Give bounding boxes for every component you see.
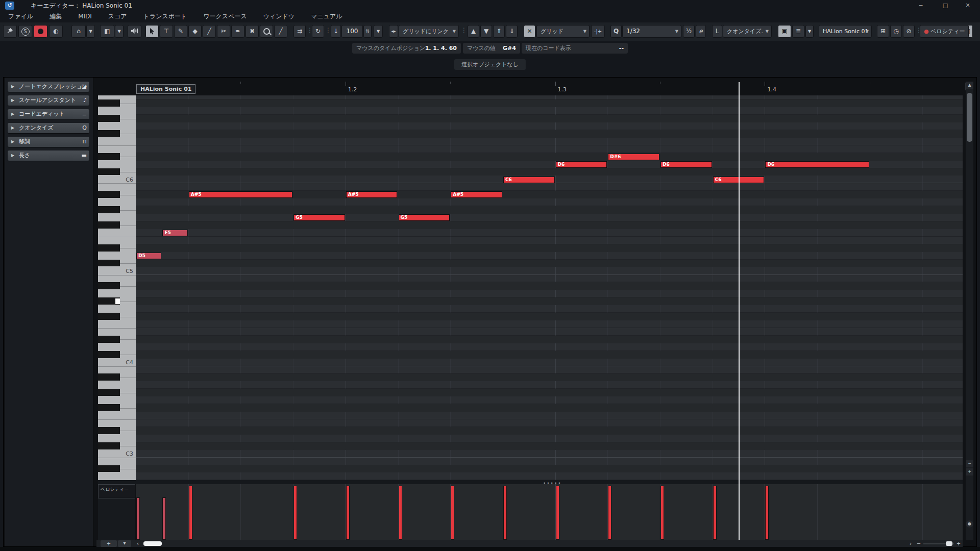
menu-item-7[interactable]: マニュアル bbox=[303, 11, 350, 22]
black-key[interactable] bbox=[98, 206, 120, 213]
black-key[interactable] bbox=[98, 465, 120, 472]
playhead[interactable] bbox=[739, 82, 740, 540]
black-key[interactable] bbox=[98, 336, 120, 343]
midi-note[interactable]: D6 bbox=[660, 161, 712, 168]
velocity-bar[interactable] bbox=[189, 486, 192, 540]
scroll-left-button[interactable]: ‹ bbox=[134, 540, 141, 547]
velocity-bar[interactable] bbox=[451, 486, 454, 540]
vertical-scrollbar[interactable]: ▲ − + ● bbox=[966, 82, 973, 540]
velocity-bar[interactable] bbox=[660, 486, 664, 540]
octave-line bbox=[136, 183, 963, 183]
scroll-right-button[interactable]: › bbox=[907, 540, 914, 547]
hzoom-out-button[interactable]: − bbox=[915, 540, 922, 547]
vzoom-out-button[interactable]: − bbox=[966, 460, 973, 467]
inspector-section-0[interactable]: ▶ノートエクスプレッション◪ bbox=[8, 82, 89, 92]
black-key[interactable] bbox=[98, 191, 120, 198]
midi-note[interactable]: F5 bbox=[162, 230, 187, 236]
black-key[interactable] bbox=[98, 130, 120, 137]
velocity-lane[interactable] bbox=[136, 484, 963, 540]
midi-note[interactable]: C6 bbox=[503, 177, 555, 183]
black-key[interactable] bbox=[98, 221, 120, 229]
vzoom-in-button[interactable]: + bbox=[966, 468, 973, 475]
vertical-scroll-thumb[interactable] bbox=[967, 93, 972, 142]
midi-note[interactable]: D#6 bbox=[608, 154, 659, 160]
velocity-bar[interactable] bbox=[136, 497, 140, 540]
black-key[interactable] bbox=[98, 282, 120, 289]
info-box[interactable]: 現在のコード表示-- bbox=[522, 43, 628, 54]
lane-scale-knob[interactable]: ● bbox=[966, 520, 973, 528]
black-key[interactable] bbox=[98, 153, 120, 160]
midi-note[interactable]: A#5 bbox=[451, 191, 502, 198]
timeline-ruler[interactable]: HALion Sonic 01 1.21.31.4 bbox=[136, 82, 963, 96]
part-label[interactable]: HALion Sonic 01 bbox=[136, 84, 195, 94]
midi-note[interactable]: G5 bbox=[399, 214, 450, 221]
inspector-section-3[interactable]: ▶クオンタイズQ bbox=[8, 123, 89, 133]
key-separator bbox=[120, 446, 136, 446]
c-label: C3 bbox=[126, 450, 133, 457]
black-key[interactable] bbox=[98, 351, 120, 358]
velocity-bar[interactable] bbox=[399, 486, 402, 540]
key-separator bbox=[120, 355, 136, 355]
black-key[interactable] bbox=[98, 404, 120, 411]
velocity-bar[interactable] bbox=[293, 486, 297, 540]
menu-item-4[interactable]: トランスポート bbox=[135, 11, 195, 22]
beat-tick bbox=[765, 82, 765, 86]
menu-item-6[interactable]: ウィンドウ bbox=[255, 11, 303, 22]
add-lane-button[interactable]: + bbox=[101, 540, 117, 547]
inspector-section-5[interactable]: ▶長さ▬ bbox=[8, 151, 89, 161]
menu-item-2[interactable]: MIDI bbox=[70, 11, 100, 22]
hzoom-in-button[interactable]: + bbox=[955, 540, 962, 547]
black-key[interactable] bbox=[98, 313, 120, 320]
piano-keyboard[interactable]: C6C5C4C3 bbox=[98, 95, 136, 480]
black-key[interactable] bbox=[98, 442, 120, 449]
black-key[interactable] bbox=[98, 260, 120, 267]
lane-grid-line bbox=[922, 484, 923, 540]
midi-note[interactable]: A#5 bbox=[189, 191, 292, 198]
info-box[interactable]: マウスの値G#4 bbox=[463, 43, 520, 54]
velocity-bar[interactable] bbox=[765, 486, 769, 540]
velocity-bar[interactable] bbox=[713, 486, 717, 540]
velocity-bar[interactable] bbox=[346, 486, 350, 540]
hzoom-slider-thumb[interactable] bbox=[946, 541, 952, 546]
black-key[interactable] bbox=[98, 99, 120, 107]
midi-note[interactable]: G5 bbox=[293, 214, 345, 221]
sub-tick bbox=[660, 82, 660, 84]
minimize-button[interactable]: ─ bbox=[911, 0, 931, 11]
black-key[interactable] bbox=[98, 115, 120, 122]
menu-item-1[interactable]: 編集 bbox=[41, 11, 70, 22]
horizontal-scrollbar[interactable]: + ▼ ‹ › − + bbox=[96, 540, 963, 547]
inspector-section-2[interactable]: ▶コードエディット≡ bbox=[8, 109, 89, 119]
menu-item-5[interactable]: ワークスペース bbox=[195, 11, 255, 22]
close-button[interactable]: ✕ bbox=[958, 0, 978, 11]
velocity-bar[interactable] bbox=[503, 486, 507, 540]
velocity-bar[interactable] bbox=[162, 497, 166, 540]
midi-note[interactable]: D5 bbox=[136, 253, 161, 259]
midi-note[interactable]: D6 bbox=[556, 161, 607, 168]
event-colors-dropdown[interactable]: ● ベロシティー bbox=[920, 25, 969, 38]
menu-item-3[interactable]: スコア bbox=[100, 11, 135, 22]
maximize-button[interactable]: □ bbox=[935, 0, 955, 11]
velocity-bar[interactable] bbox=[556, 486, 559, 540]
menu-item-0[interactable]: ファイル bbox=[0, 11, 41, 22]
inspector-section-4[interactable]: ▶移調⊓ bbox=[8, 137, 89, 147]
key-editor-window: ↺ キーエディター： HALion Sonic 01 ─ □ ✕ ファイル編集M… bbox=[0, 0, 980, 551]
black-key[interactable] bbox=[98, 427, 120, 434]
black-key[interactable] bbox=[98, 389, 120, 396]
info-box[interactable]: マウスのタイムポジション1. 1. 4. 60 bbox=[352, 43, 461, 54]
lane-divider[interactable]: ••••• bbox=[98, 480, 963, 484]
black-key[interactable] bbox=[98, 244, 120, 252]
info-label: マウスの値 bbox=[467, 43, 496, 54]
scroll-up-button[interactable]: ▲ bbox=[966, 82, 973, 89]
lane-preset-dropdown[interactable]: ▼ bbox=[118, 540, 131, 547]
horizontal-scroll-thumb[interactable] bbox=[143, 541, 162, 546]
note-grid[interactable]: D5F5A#5G5A#5G5A#5C6D6D#6D6C6D6 bbox=[136, 95, 963, 480]
sub-tick bbox=[136, 82, 136, 84]
velocity-lane-label[interactable]: ベロシティー bbox=[98, 484, 135, 498]
midi-note[interactable]: A#5 bbox=[346, 191, 398, 198]
black-key[interactable] bbox=[98, 168, 120, 176]
beat-label: 1.3 bbox=[558, 86, 567, 93]
midi-note[interactable]: D6 bbox=[765, 161, 869, 168]
black-key[interactable] bbox=[98, 373, 120, 381]
velocity-bar[interactable] bbox=[608, 486, 611, 540]
inspector-section-1[interactable]: ▶スケールアシスタント♪ bbox=[8, 95, 89, 106]
